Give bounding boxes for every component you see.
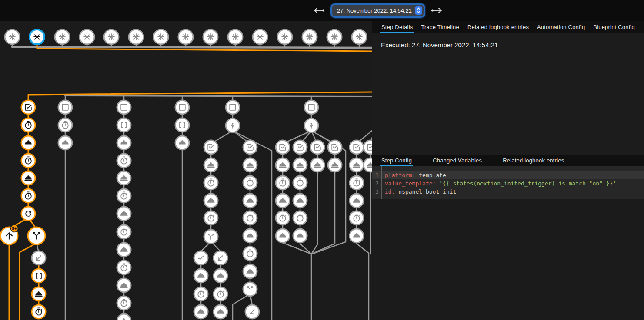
trace-node-arrow-bottom-left[interactable] <box>32 251 46 265</box>
trace-node-checkbox-blank[interactable] <box>175 100 189 114</box>
trace-node-timer[interactable] <box>21 189 35 203</box>
trace-node-timer[interactable] <box>214 287 227 301</box>
trace-node-service-bell[interactable] <box>117 278 131 292</box>
trace-node-service-bell[interactable] <box>117 314 131 320</box>
trace-node-code-brackets[interactable] <box>117 118 131 132</box>
trace-node-checkbox-blank[interactable] <box>226 100 240 114</box>
trace-node-service-bell[interactable] <box>21 136 35 150</box>
trace-node-timer[interactable] <box>117 154 131 168</box>
trace-node-service-bell[interactable] <box>117 136 131 150</box>
next-trace-button[interactable] <box>430 7 444 14</box>
trace-node-timer[interactable] <box>243 176 257 190</box>
trace-node-condition-check[interactable] <box>204 140 218 154</box>
trace-run-select[interactable]: 27. November 2022, 14:54:21 <box>332 5 424 16</box>
tab-step-config[interactable]: Step Config <box>380 155 413 166</box>
trace-node-timer[interactable] <box>117 189 131 203</box>
trace-node-checkbox-blank[interactable] <box>304 100 318 114</box>
trace-node-condition-check[interactable] <box>243 140 257 154</box>
trace-node-service-bell[interactable] <box>350 158 364 172</box>
trace-node-service-bell[interactable] <box>175 136 189 150</box>
trace-node-condition-check[interactable] <box>293 140 307 154</box>
trace-node-timer[interactable] <box>21 118 35 132</box>
tab-changed-variables[interactable]: Changed Variables <box>431 155 483 166</box>
tab-related-logbook-entries[interactable]: Related logbook entries <box>501 155 565 166</box>
trace-node-timer[interactable] <box>117 296 131 310</box>
trace-node-checkbox-blank[interactable] <box>58 100 72 114</box>
trace-node-asterisk[interactable] <box>80 30 94 44</box>
trace-node-asterisk[interactable] <box>104 30 119 44</box>
trace-node-timer[interactable] <box>58 118 72 132</box>
trace-node-condition-check[interactable] <box>350 140 364 154</box>
trace-node-service-bell[interactable] <box>328 158 342 172</box>
trace-node-timer[interactable] <box>204 211 218 225</box>
trace-node-asterisk[interactable] <box>228 30 243 44</box>
trace-node-service-bell[interactable] <box>117 243 131 257</box>
trace-node-service-bell[interactable] <box>293 158 307 172</box>
trace-node-timer[interactable] <box>293 211 307 225</box>
trace-node-asterisk[interactable] <box>55 30 70 44</box>
tab-trace-timeline[interactable]: Trace Timeline <box>420 21 460 33</box>
trace-node-asterisk[interactable] <box>5 30 20 44</box>
trace-node-service-bell[interactable] <box>58 136 72 150</box>
trace-node-asterisk[interactable] <box>253 30 267 44</box>
trace-node-condition-check[interactable] <box>310 140 324 154</box>
trace-node-arrow-decision[interactable] <box>226 119 240 132</box>
trace-node-timer[interactable] <box>243 247 257 261</box>
tab-blueprint-config[interactable]: Blueprint Config <box>592 21 636 33</box>
trace-node-asterisk[interactable] <box>178 30 193 44</box>
trace-node-timer[interactable] <box>276 211 290 225</box>
trace-node-service-bell[interactable] <box>21 171 35 185</box>
trace-node-code-brackets[interactable] <box>175 118 189 132</box>
trace-node-service-bell[interactable] <box>214 305 227 319</box>
trace-node-check-arrow[interactable] <box>194 251 208 265</box>
tab-automation-config[interactable]: Automation Config <box>536 21 586 33</box>
trace-node-arrow-bottom-left[interactable] <box>214 251 227 265</box>
trace-node-timer[interactable] <box>117 261 131 274</box>
trace-node-asterisk[interactable] <box>352 30 367 44</box>
trace-node-service-bell[interactable] <box>32 287 46 301</box>
trace-node-condition-check[interactable] <box>276 140 290 154</box>
trace-node-asterisk[interactable] <box>30 30 44 44</box>
tab-step-details[interactable]: Step Details <box>380 21 414 33</box>
step-config-code-editor[interactable]: 1platform: template2value_template: '{{ … <box>372 166 644 199</box>
trace-node-asterisk[interactable] <box>203 30 218 44</box>
trace-node-timer[interactable] <box>117 225 131 239</box>
trace-node-service-bell[interactable] <box>243 158 257 172</box>
trace-node-repeat-refresh[interactable] <box>21 207 35 221</box>
trace-node-service-bell[interactable] <box>350 229 364 243</box>
trace-node-timer[interactable] <box>204 176 218 190</box>
trace-node-service-bell[interactable] <box>350 194 364 208</box>
trace-node-code-brackets[interactable] <box>32 269 46 283</box>
trace-node-timer[interactable] <box>350 176 364 190</box>
trace-node-arrow-decision[interactable] <box>304 119 318 132</box>
trace-node-service-bell[interactable] <box>364 158 372 172</box>
trace-node-condition-check[interactable] <box>21 100 35 114</box>
trace-node-timer[interactable] <box>32 305 46 319</box>
trace-node-service-bell[interactable] <box>310 158 324 172</box>
trace-node-call-split[interactable] <box>28 227 45 244</box>
trace-node-service-bell[interactable] <box>204 194 218 208</box>
trace-node-condition-check[interactable] <box>364 140 372 154</box>
trace-node-call-split[interactable] <box>204 230 218 244</box>
trace-node-service-bell[interactable] <box>204 158 218 172</box>
trace-node-service-bell[interactable] <box>276 158 290 172</box>
trace-node-asterisk[interactable] <box>129 30 143 44</box>
trace-node-arrow-bottom-left[interactable] <box>245 305 259 319</box>
trace-node-service-bell[interactable] <box>276 229 290 243</box>
trace-node-asterisk[interactable] <box>327 30 342 44</box>
trace-node-asterisk[interactable] <box>302 30 317 44</box>
trace-node-service-bell[interactable] <box>243 229 257 243</box>
trace-node-asterisk[interactable] <box>277 30 292 44</box>
trace-node-checkbox-blank[interactable] <box>117 100 131 114</box>
trace-node-service-bell[interactable] <box>194 305 208 319</box>
trace-node-condition-check[interactable] <box>328 140 342 154</box>
trace-node-service-bell[interactable] <box>293 194 307 208</box>
prev-trace-button[interactable] <box>311 7 326 14</box>
tab-related-logbook-entries[interactable]: Related logbook entries <box>466 21 530 33</box>
trace-node-asterisk[interactable] <box>153 30 168 44</box>
trace-node-timer[interactable] <box>21 154 35 168</box>
trace-node-timer[interactable] <box>276 176 290 190</box>
trace-node-timer[interactable] <box>194 287 208 301</box>
trace-node-service-bell[interactable] <box>293 229 307 243</box>
trace-node-service-bell[interactable] <box>276 194 290 208</box>
